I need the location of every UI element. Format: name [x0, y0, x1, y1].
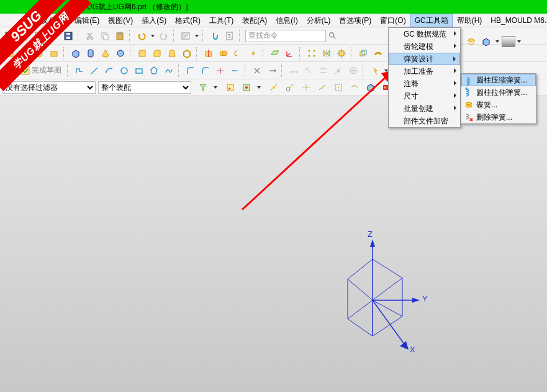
thicken-button[interactable]: [371, 47, 385, 60]
background-dd[interactable]: [516, 35, 522, 48]
offset-button[interactable]: [356, 47, 370, 60]
menu-hbmould[interactable]: HB_MOULD M6.3: [486, 14, 547, 27]
sel2-button[interactable]: [240, 81, 253, 94]
shade-button[interactable]: [479, 35, 493, 48]
feature-list-button[interactable]: [2, 64, 16, 78]
open-button[interactable]: [47, 29, 60, 43]
layer-button[interactable]: [464, 35, 478, 48]
subtract-button[interactable]: [232, 47, 245, 60]
menu-gctoolbox[interactable]: GC工具箱: [410, 14, 453, 27]
gc-menu-dim[interactable]: 尺寸: [389, 90, 460, 102]
paste-button[interactable]: [113, 29, 127, 43]
filter-btn1-dd[interactable]: [212, 81, 219, 94]
menu-format[interactable]: 格式(R): [171, 14, 205, 27]
snap3-button[interactable]: [299, 81, 313, 94]
spring-delete[interactable]: 删除弹簧...: [461, 111, 536, 123]
graphics-canvas[interactable]: Z Y X: [0, 96, 547, 392]
gc-menu-data[interactable]: GC 数据规范: [389, 28, 460, 40]
spring-comp[interactable]: 圆柱压缩弹簧...: [461, 74, 536, 86]
spring-disc[interactable]: 碟簧...: [461, 99, 536, 111]
menu-info[interactable]: 信息(I): [271, 14, 302, 27]
con3-button[interactable]: [346, 64, 360, 78]
menu-help[interactable]: 帮助(H): [453, 14, 487, 27]
hole-button[interactable]: [47, 47, 61, 60]
shade-dd[interactable]: [494, 35, 500, 48]
spline-button[interactable]: [162, 64, 176, 78]
search-button[interactable]: [326, 30, 340, 42]
sphere-button[interactable]: [114, 47, 127, 60]
blend-button[interactable]: [135, 47, 149, 60]
touch-button[interactable]: [208, 29, 222, 43]
spring-ext[interactable]: 圆柱拉伸弹簧...: [461, 86, 536, 99]
con1-button[interactable]: [317, 64, 330, 78]
sel2-dd[interactable]: [256, 81, 262, 94]
assembly-select[interactable]: 整个装配: [98, 81, 191, 94]
circle-button[interactable]: [117, 64, 131, 78]
save-button[interactable]: [61, 29, 75, 43]
arc-button[interactable]: [102, 64, 116, 78]
pattern-button[interactable]: [305, 47, 319, 60]
finish-sketch-button[interactable]: 完成草图: [17, 64, 65, 78]
snap6-button[interactable]: [348, 81, 361, 94]
revolve-button[interactable]: [32, 47, 46, 60]
extrude-button[interactable]: [17, 47, 31, 60]
gc-menu-batch[interactable]: 批量创建: [389, 102, 460, 115]
sel1-button[interactable]: [224, 81, 237, 94]
rect-button[interactable]: [132, 64, 146, 78]
shell-button[interactable]: [180, 47, 194, 60]
journal-dropdown[interactable]: [194, 29, 200, 43]
menu-edit[interactable]: 编辑(E): [70, 14, 104, 27]
journal-button[interactable]: [179, 29, 192, 43]
draft-button[interactable]: [165, 47, 179, 60]
gc-menu-gear[interactable]: 齿轮建模: [389, 40, 460, 53]
new-button[interactable]: [32, 29, 45, 43]
trim-button[interactable]: [202, 47, 215, 60]
gc-menu-enc[interactable]: 部件文件加密: [389, 115, 460, 127]
gc-menu-note[interactable]: 注释: [389, 78, 460, 90]
quick-extend-button[interactable]: [265, 64, 279, 78]
light-button[interactable]: [368, 64, 382, 78]
menu-analysis[interactable]: 分析(L): [302, 14, 335, 27]
menu-prefs[interactable]: 首选项(P): [335, 14, 376, 27]
undo-dropdown[interactable]: [150, 29, 156, 43]
properties-button[interactable]: [223, 29, 237, 43]
cone-button[interactable]: [99, 47, 112, 60]
menu-tools[interactable]: 工具(T): [205, 14, 238, 27]
gc-menu-mfg[interactable]: 加工准备: [389, 65, 460, 78]
trim-curve-button[interactable]: [214, 64, 227, 78]
polygon-button[interactable]: [147, 64, 161, 78]
datum-plane-button[interactable]: [268, 47, 282, 60]
dim1-button[interactable]: [287, 64, 301, 78]
undo-button[interactable]: [135, 29, 148, 43]
intersect-button[interactable]: [246, 47, 260, 60]
menu-assembly[interactable]: 装配(A): [238, 14, 271, 27]
profile-button[interactable]: [73, 64, 86, 78]
datum-csys-button[interactable]: [283, 47, 297, 60]
start-dropdown[interactable]: [17, 29, 24, 43]
snap1-button[interactable]: [267, 81, 281, 94]
gc-menu-spring[interactable]: 弹簧设计: [389, 53, 460, 65]
filter-select[interactable]: 没有选择过滤器: [2, 81, 96, 94]
start-button[interactable]: [2, 29, 16, 43]
menu-window[interactable]: 窗口(O): [376, 14, 410, 27]
snap4-button[interactable]: [315, 81, 329, 94]
search-input[interactable]: 查找命令: [245, 30, 326, 42]
chamfer-sketch-button[interactable]: [199, 64, 212, 78]
block-button[interactable]: [69, 47, 83, 60]
con2-button[interactable]: [332, 64, 345, 78]
move-button[interactable]: [335, 47, 348, 60]
fillet-button[interactable]: [184, 64, 197, 78]
sketch-button[interactable]: [2, 47, 16, 60]
chamfer-button[interactable]: [150, 47, 164, 60]
unite-button[interactable]: [217, 47, 230, 60]
menu-file[interactable]: 文件(F): [37, 14, 70, 27]
snap5-button[interactable]: [332, 81, 345, 94]
snap2-button[interactable]: [283, 81, 297, 94]
background-button[interactable]: [502, 36, 515, 47]
redo-button[interactable]: [157, 29, 171, 43]
cut-button[interactable]: [83, 29, 97, 43]
cylinder-button[interactable]: [84, 47, 97, 60]
line-button[interactable]: [88, 64, 101, 78]
extend-curve-button[interactable]: [228, 64, 242, 78]
filter-btn1[interactable]: [196, 81, 210, 94]
